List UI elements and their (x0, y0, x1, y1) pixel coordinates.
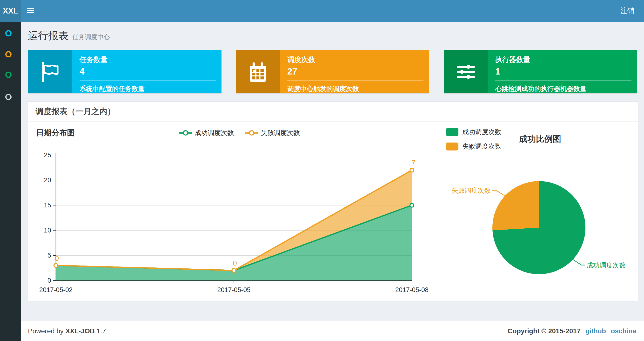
panel-header: 调度报表（一月之内） (28, 102, 638, 122)
report-panel: 调度报表（一月之内） 日期分布图 成功调度次数 失败调度次数 051015202… (28, 101, 638, 301)
divider (287, 81, 424, 81)
info-box-triggers: 调度次数 27 调度中心触发的调度次数 (236, 50, 429, 93)
content-area: 运行报表任务调度中心 任务数量 4 系统中配置的任务数量 (21, 22, 644, 321)
svg-text:25: 25 (44, 151, 51, 159)
panel-body: 日期分布图 成功调度次数 失败调度次数 05101520252017-05-02… (28, 122, 638, 300)
sidebar-item-2 circle-icon[interactable] (5, 51, 12, 57)
svg-text:0: 0 (233, 259, 237, 267)
line-circle-marker-icon (245, 130, 258, 136)
svg-text:5: 5 (48, 252, 51, 259)
version: 1.7 (97, 327, 106, 335)
page-title: 运行报表任务调度中心 (28, 29, 110, 43)
info-box-executors: 执行器数量 1 心跳检测成功的执行器机器数量 (444, 50, 637, 93)
page-subtitle: 任务调度中心 (72, 33, 110, 41)
svg-text:失败调度次数: 失败调度次数 (452, 187, 491, 194)
copyright: Copyright © 2015-2017 githuboschina (508, 321, 636, 341)
divider (80, 81, 216, 81)
legend-label: 失败调度次数 (261, 129, 300, 137)
info-box-jobs: 任务数量 4 系统中配置的任务数量 (28, 50, 222, 93)
hamburger-menu-icon[interactable] (27, 8, 35, 14)
svg-text:0: 0 (48, 277, 51, 284)
date-distribution-chart: 05101520252017-05-022017-05-052017-05-08… (36, 150, 432, 294)
powered-by: Powered by XXL-JOB 1.7 (28, 321, 106, 341)
info-box-description: 心跳检测成功的执行器机器数量 (495, 84, 632, 93)
svg-text:20: 20 (44, 177, 51, 184)
brand: XXL-JOB (66, 327, 95, 335)
info-box-description: 调度中心触发的调度次数 (287, 84, 424, 93)
footer: Powered by XXL-JOB 1.7 Copyright © 2015-… (21, 321, 644, 341)
svg-text:15: 15 (44, 202, 51, 209)
github-link[interactable]: github (586, 327, 606, 335)
line-circle-marker-icon (179, 130, 192, 136)
svg-text:7: 7 (412, 159, 416, 167)
info-box-value: 1 (495, 67, 632, 77)
legend-item-success[interactable]: 成功调度次数 (179, 129, 234, 137)
info-box-description: 系统中配置的任务数量 (80, 84, 216, 93)
app-root: XXL 注销 运行报表任务调度中心 任务数量 4 (0, 0, 644, 341)
svg-text:10: 10 (44, 227, 51, 234)
info-box-label: 执行器数量 (495, 55, 632, 65)
top-navbar: XXL 注销 (0, 0, 644, 22)
logo-bold: XX (3, 6, 14, 16)
flag-icon (28, 50, 72, 93)
copyright-text: Copyright © 2015-2017 (508, 327, 580, 335)
svg-text:0: 0 (55, 254, 59, 262)
panel-title: 调度报表（一月之内） (36, 106, 115, 117)
page-title-text: 运行报表 (28, 30, 68, 41)
info-box-label: 调度次数 (287, 55, 424, 65)
logo[interactable]: XXL (0, 0, 21, 22)
info-box-value: 27 (287, 67, 424, 77)
pie-labels-overlay: 失败调度次数成功调度次数 (446, 169, 636, 282)
legend-swatch-icon (446, 128, 458, 136)
sidebar (0, 22, 21, 341)
legend-item-fail[interactable]: 失败调度次数 (245, 129, 300, 137)
line-chart-legend: 成功调度次数 失败调度次数 (179, 129, 300, 137)
svg-text:2017-05-05: 2017-05-05 (217, 286, 250, 293)
sliders-icon (444, 50, 488, 93)
calendar-icon (236, 50, 280, 93)
svg-text:2017-05-02: 2017-05-02 (39, 286, 72, 293)
info-box-label: 任务数量 (80, 55, 216, 65)
logo-light: L (14, 6, 18, 16)
sidebar-item-1 circle-icon[interactable] (5, 30, 12, 37)
divider (495, 81, 632, 81)
oschina-link[interactable]: oschina (611, 327, 636, 335)
logout-link[interactable]: 注销 (620, 0, 634, 22)
sidebar-item-4 circle-icon[interactable] (5, 94, 12, 100)
line-chart-title: 日期分布图 (36, 128, 75, 138)
sidebar-item-3 circle-icon[interactable] (5, 72, 12, 78)
info-box-value: 4 (80, 67, 216, 77)
legend-swatch-icon (446, 143, 458, 150)
legend-label: 成功调度次数 (195, 129, 234, 137)
svg-text:成功调度次数: 成功调度次数 (587, 262, 626, 269)
pie-chart-title: 成功比例图 (493, 133, 587, 145)
powered-prefix: Powered by (28, 327, 64, 335)
svg-text:2017-05-08: 2017-05-08 (395, 286, 428, 293)
